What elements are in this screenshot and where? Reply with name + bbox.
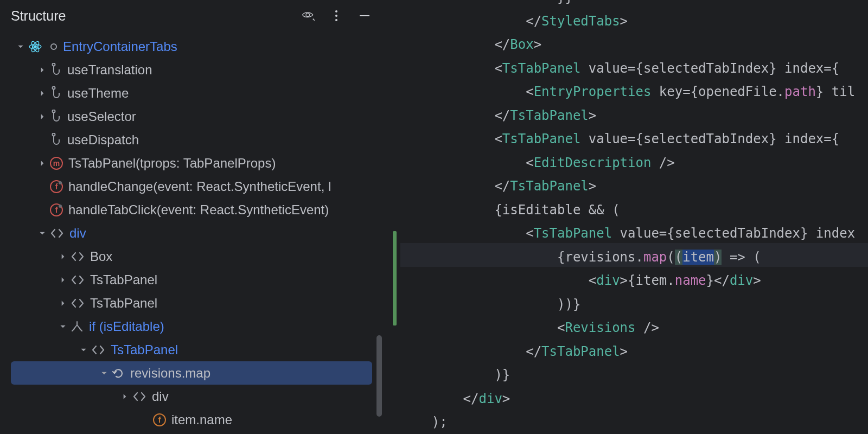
scrollbar-vertical[interactable] bbox=[376, 335, 382, 417]
code-line: <div>{item.name}</div> bbox=[400, 269, 855, 293]
expand-arrow-icon[interactable] bbox=[99, 369, 110, 377]
tree-node[interactable]: useDispatch bbox=[0, 128, 383, 151]
tree-node-label: item.name bbox=[171, 412, 232, 427]
tree-node-label: TsTabPanel bbox=[90, 296, 157, 311]
tree-node[interactable]: if (isEditable) bbox=[0, 315, 383, 338]
tree-node[interactable]: useSelector bbox=[0, 105, 383, 128]
code-line: }} bbox=[400, 0, 855, 10]
expand-arrow-icon[interactable] bbox=[58, 276, 68, 284]
tree-node-label: TsTabPanel bbox=[90, 272, 157, 288]
expand-arrow-icon[interactable] bbox=[37, 66, 48, 74]
tree-node[interactable]: useTheme bbox=[0, 81, 383, 105]
code-line: {revisions.map((item) => ( bbox=[400, 246, 855, 270]
expand-arrow-icon[interactable] bbox=[37, 113, 48, 120]
tree-node-label: useDispatch bbox=[67, 132, 139, 148]
svg-point-11 bbox=[53, 86, 55, 89]
tree-node-label: handleChange(event: React.SyntheticEvent… bbox=[68, 179, 331, 194]
tree-node-label: div bbox=[69, 226, 86, 241]
tag-icon bbox=[50, 228, 64, 239]
expand-arrow-icon[interactable] bbox=[37, 229, 48, 237]
hook-icon bbox=[50, 110, 62, 124]
code-content: }} </StyledTabs> </Box> <TsTabPanel valu… bbox=[400, 0, 855, 434]
code-line: </TsTabPanel> bbox=[400, 175, 855, 199]
tree-node[interactable]: fhandleChange(event: React.SyntheticEven… bbox=[0, 175, 383, 198]
code-line: <Revisions /> bbox=[400, 316, 855, 340]
circle-icon bbox=[50, 43, 58, 50]
code-line: )} bbox=[400, 363, 855, 387]
expand-arrow-icon[interactable] bbox=[37, 90, 48, 97]
tag-icon bbox=[132, 391, 146, 402]
tag-icon bbox=[71, 275, 85, 285]
loop-icon bbox=[112, 367, 125, 380]
minimize-icon[interactable] bbox=[358, 9, 371, 22]
visibility-icon[interactable] bbox=[302, 9, 315, 22]
code-line: ); bbox=[400, 411, 855, 434]
code-line: {isEditable && ( bbox=[400, 199, 855, 222]
more-options-icon[interactable] bbox=[330, 9, 343, 22]
tree-node[interactable]: Box bbox=[0, 245, 383, 268]
tree-node[interactable]: TsTabPanel bbox=[0, 338, 383, 361]
tag-icon bbox=[71, 251, 85, 262]
code-line: <EntryProperties key={openedFile.path} t… bbox=[400, 80, 855, 104]
svg-point-10 bbox=[53, 63, 55, 66]
svg-point-9 bbox=[51, 44, 56, 49]
tree-node[interactable]: div bbox=[0, 221, 383, 245]
tree-node-label: useTranslation bbox=[67, 62, 152, 78]
code-editor[interactable]: }} </StyledTabs> </Box> <TsTabPanel valu… bbox=[383, 0, 868, 434]
tree-node-label: useSelector bbox=[67, 109, 136, 124]
code-line: <EditDescription /> bbox=[400, 151, 855, 175]
function-icon: f bbox=[50, 180, 63, 193]
structure-header: Structure bbox=[0, 0, 383, 31]
expand-arrow-icon[interactable] bbox=[58, 253, 68, 260]
tree-node-label: EntryContainerTabs bbox=[63, 39, 177, 54]
svg-text:f: f bbox=[55, 182, 58, 191]
svg-text:m: m bbox=[53, 159, 60, 168]
expand-arrow-icon[interactable] bbox=[58, 299, 68, 307]
tree-node-label: revisions.map bbox=[130, 366, 210, 381]
tree-node[interactable]: div bbox=[0, 385, 383, 408]
function-icon: f bbox=[50, 203, 63, 216]
hook-icon bbox=[50, 86, 62, 100]
code-line: </TsTabPanel> bbox=[400, 340, 855, 364]
svg-point-0 bbox=[306, 13, 309, 16]
svg-point-1 bbox=[335, 10, 337, 12]
tree-node-label: useTheme bbox=[67, 86, 129, 101]
tree-node-label: Box bbox=[90, 249, 112, 264]
hook-icon bbox=[50, 63, 62, 77]
expand-arrow-icon[interactable] bbox=[37, 159, 48, 167]
code-line: <TsTabPanel value={selectedTabIndex} ind… bbox=[400, 57, 855, 81]
svg-text:f: f bbox=[55, 206, 58, 214]
tree-node[interactable]: mTsTabPanel(tprops: TabPanelProps) bbox=[0, 151, 383, 175]
code-line: ))} bbox=[400, 293, 855, 317]
method-icon: m bbox=[50, 157, 63, 170]
svg-point-12 bbox=[53, 110, 55, 112]
branch-icon bbox=[71, 320, 84, 333]
svg-point-3 bbox=[335, 19, 337, 21]
tree-node[interactable]: useTranslation bbox=[0, 58, 383, 81]
tree-node[interactable]: revisions.map bbox=[11, 361, 372, 385]
tree-node[interactable]: TsTabPanel bbox=[0, 291, 383, 315]
structure-panel: Structure EntryContainerTabs bbox=[0, 0, 383, 434]
tree-node-label: handleTabClick(event: React.SyntheticEve… bbox=[68, 202, 329, 218]
svg-text:f: f bbox=[158, 416, 161, 424]
expand-arrow-icon[interactable] bbox=[58, 323, 68, 330]
expand-arrow-icon[interactable] bbox=[78, 346, 89, 354]
tree-node[interactable]: TsTabPanel bbox=[0, 268, 383, 291]
structure-tree[interactable]: EntryContainerTabsuseTranslationuseTheme… bbox=[0, 31, 383, 434]
svg-point-13 bbox=[53, 133, 55, 136]
svg-point-18 bbox=[59, 181, 62, 184]
code-line: <TsTabPanel value={selectedTabIndex} ind… bbox=[400, 222, 855, 246]
header-actions bbox=[302, 9, 376, 22]
tree-node[interactable]: fhandleTabClick(event: React.SyntheticEv… bbox=[0, 198, 383, 221]
tree-node-label: TsTabPanel bbox=[111, 342, 178, 358]
tag-icon bbox=[71, 298, 85, 309]
hook-icon bbox=[50, 133, 62, 147]
expand-arrow-icon[interactable] bbox=[15, 43, 26, 50]
tree-node[interactable]: fitem.name bbox=[0, 408, 383, 431]
panel-title: Structure bbox=[11, 8, 302, 24]
tree-node-label: if (isEditable) bbox=[89, 319, 164, 334]
tree-node[interactable]: EntryContainerTabs bbox=[0, 35, 383, 58]
code-line: <TsTabPanel value={selectedTabIndex} ind… bbox=[400, 127, 855, 151]
expand-arrow-icon[interactable] bbox=[119, 393, 130, 400]
tree-node-label: TsTabPanel(tprops: TabPanelProps) bbox=[68, 156, 276, 171]
